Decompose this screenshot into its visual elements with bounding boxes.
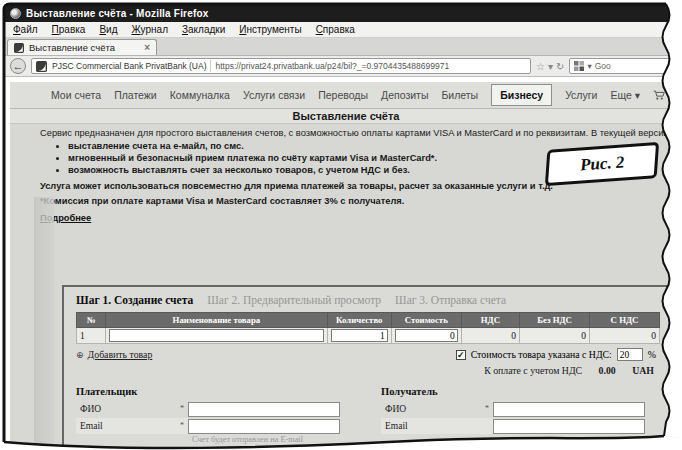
figure-frame: Выставление счёта - Mozilla Firefox Файл…	[0, 0, 682, 450]
required-marker: *	[485, 404, 489, 414]
search-input[interactable]: ▾ Goo	[569, 58, 677, 74]
bookmark-star-icon[interactable]: ☆	[536, 61, 545, 72]
recipient-title: Получатель	[381, 386, 660, 397]
cart-label: Корзина (0)	[670, 83, 682, 107]
col-qty: Количество	[327, 313, 391, 328]
recipient-email-label: Email	[381, 418, 493, 434]
page-title: Выставление счёта	[10, 109, 682, 124]
payer-email-label: Email*	[76, 418, 188, 434]
add-vat-row: ⊕ Добавить товар ✓ Стоимость товара указ…	[76, 348, 660, 361]
nav-business[interactable]: Бизнесу	[491, 84, 552, 106]
site-nav: Мои счета Платежи Коммуналка Услуги связ…	[10, 82, 682, 109]
vat-checkbox[interactable]: ✓	[456, 350, 466, 360]
item-cost-input[interactable]	[395, 329, 458, 342]
col-without-vat: Без НДС	[520, 313, 590, 328]
recipient-email-row: Email	[381, 418, 660, 434]
step-1-create[interactable]: Шаг 1. Создание счета	[76, 294, 193, 306]
urlbar-icons: ☆ ▾ ↻	[536, 61, 564, 72]
radio-account[interactable]	[498, 443, 507, 450]
item-qty-input[interactable]	[331, 329, 388, 342]
row-without-vat: 0	[520, 328, 590, 344]
radio-account-label[interactable]: Счет	[513, 442, 532, 450]
tab-bar: Выставление счёта ×	[5, 38, 682, 56]
wizard-steps: Шаг 1. Создание счета Шаг 2. Предварител…	[76, 294, 660, 306]
search-engine-label: Goo	[595, 61, 611, 71]
total-value: 0.00	[599, 365, 616, 376]
recipient-form: Получатель ФИО* Email Зачислить на:	[381, 386, 660, 450]
tab-title: Выставление счёта	[29, 42, 115, 53]
payer-form: Плательщик ФИО* Email* Счет будет отправ…	[76, 386, 355, 450]
nav-services[interactable]: Услуги	[565, 89, 597, 101]
row-with-vat: 0	[590, 328, 660, 344]
menu-bookmarks[interactable]: Закладки	[182, 24, 225, 35]
dropdown-icon[interactable]: ▾	[548, 61, 553, 72]
payer-email-row: Email*	[76, 418, 355, 434]
url-text[interactable]: https://privat24.privatbank.ua/p24/bil?_…	[215, 61, 449, 71]
col-name: Наименование товара	[106, 313, 328, 328]
add-icon: ⊕	[76, 350, 84, 360]
navigation-toolbar: ← PJSC Commercial Bank PrivatBank (UA) h…	[5, 56, 682, 77]
col-vat: НДС	[461, 313, 519, 328]
col-num: №	[77, 313, 106, 328]
google-icon	[574, 61, 584, 71]
recipient-fio-label: ФИО*	[381, 401, 493, 417]
payer-title: Плательщик	[76, 386, 355, 397]
cart-icon	[653, 89, 665, 102]
required-marker: *	[180, 404, 184, 414]
menu-tools[interactable]: Инструменты	[239, 24, 301, 35]
commission-note: *Комиссия при оплате картами Visa и Mast…	[40, 196, 676, 206]
nav-utilities[interactable]: Коммуналка	[170, 89, 230, 101]
page-content: Мои счета Платежи Коммуналка Услуги связ…	[10, 82, 682, 450]
service-description: Сервис предназначен для простого выставл…	[40, 128, 676, 138]
vat-group: ✓ Стоимость товара указана с НДС: %	[456, 348, 656, 361]
tab-invoice[interactable]: Выставление счёта ×	[7, 39, 157, 55]
invoice-wizard-panel: Шаг 1. Создание счета Шаг 2. Предварител…	[62, 285, 674, 450]
window-titlebar: Выставление счёта - Mozilla Firefox	[5, 5, 682, 22]
radio-phone-label[interactable]: Телефон	[457, 442, 492, 450]
payer-fio-row: ФИО*	[76, 401, 355, 417]
radio-phone[interactable]	[442, 443, 451, 450]
vat-percent-sign: %	[648, 349, 656, 360]
col-with-vat: С НДС	[590, 313, 660, 328]
search-dropdown-icon[interactable]: ▾	[587, 61, 591, 71]
add-item-link[interactable]: Добавить товар	[88, 349, 153, 360]
parties-forms: Плательщик ФИО* Email* Счет будет отправ…	[76, 386, 660, 450]
col-cost: Стоимость	[391, 313, 461, 328]
back-button[interactable]: ←	[10, 58, 26, 74]
nav-transfers[interactable]: Переводы	[318, 89, 368, 101]
firefox-icon	[10, 8, 21, 19]
nav-more[interactable]: Еще ▾	[610, 89, 640, 101]
privatbank-favicon	[36, 61, 47, 72]
payer-email-input[interactable]	[188, 419, 340, 434]
nav-my-accounts[interactable]: Мои счета	[51, 89, 101, 101]
tab-close-icon[interactable]: ×	[144, 42, 150, 53]
menu-edit[interactable]: Правка	[52, 24, 86, 35]
total-label: К оплате с учетом НДС	[484, 365, 582, 376]
nav-tickets[interactable]: Билеты	[441, 89, 478, 101]
credit-to-row: Зачислить на: Телефон Счет	[381, 442, 660, 450]
recipient-fio-row: ФИО*	[381, 401, 660, 417]
recipient-fio-input[interactable]	[493, 402, 645, 417]
payer-fio-label: ФИО*	[76, 401, 188, 417]
nav-payments[interactable]: Платежи	[114, 89, 157, 101]
item-name-input[interactable]	[109, 329, 324, 342]
vat-checkbox-label: Стоимость товара указана с НДС:	[471, 349, 612, 360]
menu-history[interactable]: Журнал	[131, 24, 168, 35]
credit-to-label: Зачислить на:	[381, 442, 436, 450]
menu-view[interactable]: Вид	[99, 24, 117, 35]
row-vat: 0	[461, 328, 519, 344]
step-3-send: Шаг 3. Отправка счета	[395, 294, 506, 306]
vat-rate-input[interactable]	[617, 348, 643, 361]
cart-link[interactable]: Корзина (0)	[653, 83, 682, 107]
figure-caption: Рис. 2	[579, 152, 625, 175]
menu-file[interactable]: Файл	[13, 24, 38, 35]
site-identity-badge[interactable]: PJSC Commercial Bank PrivatBank (UA)	[51, 60, 211, 72]
nav-telecom[interactable]: Услуги связи	[243, 89, 305, 101]
reload-icon[interactable]: ↻	[556, 61, 564, 72]
recipient-email-input[interactable]	[493, 419, 645, 434]
nav-deposits[interactable]: Депозиты	[381, 89, 428, 101]
url-bar[interactable]: PJSC Commercial Bank PrivatBank (UA) htt…	[31, 58, 531, 74]
chevron-down-icon: ▾	[635, 89, 640, 101]
menu-help[interactable]: Справка	[316, 24, 355, 35]
payer-fio-input[interactable]	[188, 402, 340, 417]
